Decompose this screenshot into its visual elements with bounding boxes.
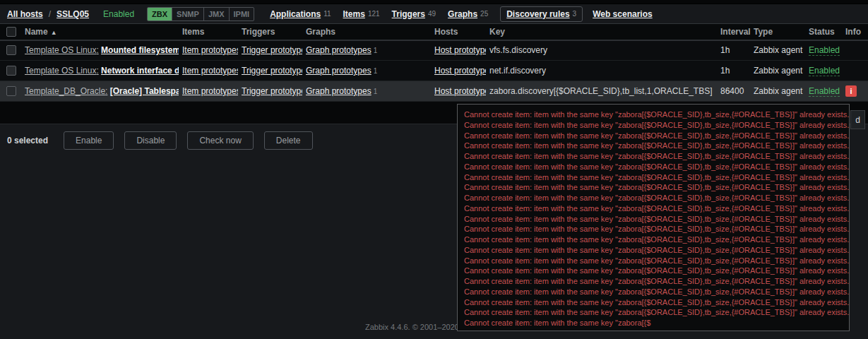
host-prototypes-link[interactable]: Host prototypes — [434, 45, 486, 55]
rule-type: Zabbix agent — [750, 40, 805, 61]
table-row: Template_DB_Oracle: [Oracle] Tablespaces… — [0, 81, 868, 102]
col-header-type: Type — [750, 24, 805, 40]
breadcrumb-separator: / — [49, 9, 51, 19]
sort-asc-icon: ▲ — [51, 29, 57, 36]
zbx-badge: ZBX — [148, 8, 172, 20]
graph-prototypes-link[interactable]: Graph prototypes — [306, 66, 371, 76]
rule-interval: 1h — [717, 61, 750, 81]
error-line: Cannot create item: item with the same k… — [464, 224, 843, 234]
row-checkbox[interactable] — [6, 66, 16, 76]
obscured-text-fragment: d — [850, 110, 865, 129]
tab-web-scenarios[interactable]: Web scenarios — [593, 9, 652, 19]
error-line: Cannot create item: item with the same k… — [464, 141, 843, 151]
table-row: Template OS Linux: Mounted filesystem di… — [0, 40, 868, 61]
error-line: Cannot create item: item with the same k… — [464, 234, 843, 245]
error-line: Cannot create item: item with the same k… — [464, 287, 843, 297]
error-line: Cannot create item: item with the same k… — [464, 120, 843, 131]
zabbix-version-footer: Zabbix 4.4.6. © 2001–2020 — [365, 323, 459, 331]
delete-button[interactable]: Delete — [264, 131, 313, 150]
rule-key: vfs.fs.discovery — [489, 45, 547, 55]
error-line: Cannot create item: item with the same k… — [464, 214, 843, 225]
trigger-prototypes-link[interactable]: Trigger prototypes — [242, 66, 302, 76]
tab-discovery-rules[interactable]: Discovery rules 3 — [500, 6, 583, 22]
rule-interval: 86400 — [717, 81, 750, 102]
host-prototypes-link[interactable]: Host prototypes — [434, 86, 486, 96]
selected-count-label: 0 selected — [7, 136, 48, 145]
error-line: Cannot create item: item with the same k… — [464, 318, 843, 328]
template-link[interactable]: Template OS Linux — [25, 66, 96, 76]
item-prototypes-link[interactable]: Item prototypes — [182, 66, 238, 76]
rule-type: Zabbix agent — [750, 61, 805, 81]
rule-type: Zabbix agent — [750, 81, 805, 102]
error-line: Cannot create item: item with the same k… — [464, 245, 843, 256]
snmp-badge: SNMP — [172, 8, 203, 20]
check-now-button[interactable]: Check now — [187, 131, 253, 150]
error-line: Cannot create item: item with the same k… — [464, 172, 843, 183]
trigger-prototypes-link[interactable]: Trigger prototypes — [242, 86, 302, 96]
error-line: Cannot create item: item with the same k… — [464, 182, 843, 193]
discovery-rule-link[interactable]: Mounted filesystem discovery — [101, 45, 179, 55]
col-header-triggers: Triggers — [238, 24, 302, 40]
error-line: Cannot create item: item with the same k… — [464, 162, 843, 172]
error-info-icon[interactable]: i — [845, 85, 857, 97]
jmx-badge: JMX — [203, 8, 229, 20]
item-prototypes-link[interactable]: Item prototypes — [182, 45, 238, 55]
template-link[interactable]: Template_DB_Oracle — [25, 86, 105, 96]
graph-prototypes-link[interactable]: Graph prototypes — [306, 86, 371, 96]
breadcrumb: All hosts / SSLQ05 Enabled ZBX SNMP JMX … — [0, 4, 868, 23]
template-link[interactable]: Template OS Linux — [25, 45, 96, 55]
tab-items[interactable]: Items 121 — [343, 9, 380, 19]
rule-interval: 1h — [717, 40, 750, 61]
row-checkbox[interactable] — [6, 45, 16, 55]
col-header-items: Items — [179, 24, 238, 40]
host-nav-tabs: Applications 11 Items 121 Triggers 49 Gr… — [270, 6, 665, 22]
error-line: Cannot create item: item with the same k… — [464, 131, 843, 141]
error-line: Cannot create item: item with the same k… — [464, 276, 843, 287]
host-status-label: Enabled — [103, 9, 134, 19]
ipmi-badge: IPMI — [229, 8, 254, 20]
col-header-graphs: Graphs — [302, 24, 431, 40]
col-header-status: Status — [805, 24, 842, 40]
rule-key: net.if.discovery — [489, 66, 546, 76]
breadcrumb-host-link[interactable]: SSLQ05 — [57, 9, 89, 19]
status-link[interactable]: Enabled — [809, 45, 840, 56]
trigger-prototypes-link[interactable]: Trigger prototypes — [242, 45, 302, 55]
error-line: Cannot create item: item with the same k… — [464, 266, 843, 276]
table-header-row: Name▲ Items Triggers Graphs Hosts Key In… — [0, 24, 868, 40]
graph-prototypes-link[interactable]: Graph prototypes — [306, 45, 371, 55]
discovery-rules-table: Name▲ Items Triggers Graphs Hosts Key In… — [0, 23, 868, 102]
rule-key: zabora.discovery[{$ORACLE_SID},tb_list,1… — [489, 86, 712, 96]
host-prototypes-link[interactable]: Host prototypes — [434, 66, 486, 76]
error-popup: Cannot create item: item with the same k… — [457, 104, 850, 331]
col-header-interval: Interval — [717, 24, 750, 40]
error-line: Cannot create item: item with the same k… — [464, 307, 843, 318]
error-line: Cannot create item: item with the same k… — [464, 297, 843, 308]
tab-applications[interactable]: Applications 11 — [270, 9, 331, 19]
status-link[interactable]: Enabled — [809, 66, 840, 76]
row-checkbox[interactable] — [6, 86, 16, 96]
tab-graphs[interactable]: Graphs 25 — [448, 9, 488, 19]
table-row: Template OS Linux: Network interface dis… — [0, 61, 868, 81]
error-line: Cannot create item: item with the same k… — [464, 193, 843, 203]
tab-triggers[interactable]: Triggers 49 — [392, 9, 436, 19]
breadcrumb-all-hosts-link[interactable]: All hosts — [7, 9, 43, 19]
item-prototypes-link[interactable]: Item prototypes — [182, 86, 238, 96]
col-header-info: Info — [842, 24, 868, 40]
disable-button[interactable]: Disable — [124, 131, 177, 150]
discovery-rule-link[interactable]: [Oracle] Tablespaces — [110, 86, 179, 96]
status-link[interactable]: Enabled — [809, 86, 840, 97]
interface-availability-badges: ZBX SNMP JMX IPMI — [147, 7, 254, 21]
error-line: Cannot create item: item with the same k… — [464, 151, 843, 162]
enable-button[interactable]: Enable — [64, 131, 114, 150]
col-header-key: Key — [486, 24, 717, 40]
col-header-hosts: Hosts — [431, 24, 486, 40]
select-all-checkbox[interactable] — [6, 27, 16, 37]
error-line: Cannot create item: item with the same k… — [464, 109, 843, 120]
col-header-name[interactable]: Name▲ — [21, 24, 179, 40]
discovery-rule-link[interactable]: Network interface discovery — [101, 66, 179, 76]
error-line: Cannot create item: item with the same k… — [464, 203, 843, 214]
error-line: Cannot create item: item with the same k… — [464, 256, 843, 266]
